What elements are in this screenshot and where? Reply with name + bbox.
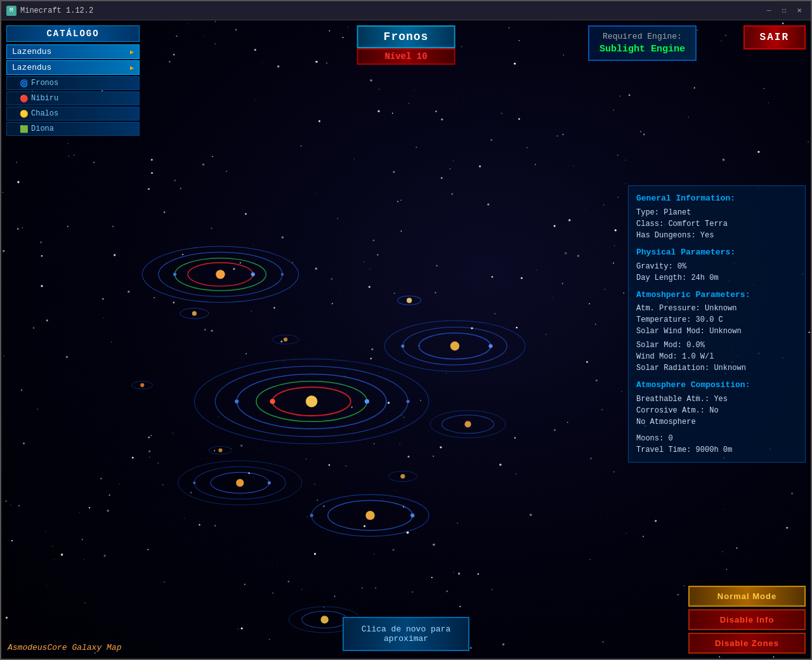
info-solar-wind: Solar Wind Mod: Unknown bbox=[636, 326, 797, 337]
zoom-hint-line2: aproximar bbox=[384, 634, 428, 644]
info-solar-radiation: Solar Radiation: Unknown bbox=[636, 362, 797, 374]
title-bar: M Minecraft 1.12.2 ─ □ ✕ bbox=[1, 1, 811, 20]
arrow-icon: ▶ bbox=[130, 64, 134, 72]
info-temperature: Temperature: 30.0 C bbox=[636, 314, 797, 326]
engine-label: Required Engine: bbox=[599, 32, 685, 41]
subentry-name: Nibiru bbox=[31, 94, 58, 103]
planet-icon: 🟩 bbox=[20, 125, 29, 133]
physical-params-title: Physical Parameters: bbox=[636, 246, 797, 260]
atm-params-title: Atmoshperic Parameters: bbox=[636, 289, 797, 302]
catalog-subitems: 🌀 Fronos 🔴 Nibiru 🟡 Chalos 🟩 Diona bbox=[6, 76, 140, 136]
info-no-atm: No Atmosphere bbox=[636, 416, 797, 428]
info-panel: General Information: Type: Planet Class:… bbox=[628, 185, 806, 463]
info-dungeons: Has Dungeons: Yes bbox=[636, 230, 797, 241]
catalog-entry-name: Lazendus bbox=[12, 63, 51, 72]
info-breathable: Breathable Atm.: Yes bbox=[636, 393, 797, 405]
window-controls: ─ □ ✕ bbox=[763, 4, 806, 17]
info-moons: Moons: 0 bbox=[636, 433, 797, 444]
planet-header: Fronos Nível 10 bbox=[357, 25, 455, 65]
planet-name: Fronos bbox=[357, 25, 455, 48]
disable-info-button[interactable]: Disable Info bbox=[688, 609, 806, 630]
info-corrosive: Corrosive Atm.: No bbox=[636, 405, 797, 416]
bottom-label: AsmodeusCore Galaxy Map bbox=[8, 643, 121, 652]
catalog-entry-name: Lazendus bbox=[12, 47, 51, 56]
zoom-hint-line1: Clica de novo para bbox=[362, 624, 450, 634]
subentry-name: Chalos bbox=[31, 109, 58, 118]
engine-value: Sublight Engine bbox=[599, 44, 685, 55]
normal-mode-button[interactable]: Normal Mode bbox=[688, 586, 806, 607]
catalog-entry-lazendus-1[interactable]: Lazendus ▶ bbox=[6, 44, 140, 59]
info-wind-mod: Wind Mod: 1.0 W/l bbox=[636, 351, 797, 362]
info-class: Class: Comfort Terra bbox=[636, 218, 797, 230]
planet-icon: 🌀 bbox=[20, 79, 29, 88]
zoom-hint[interactable]: Clica de novo para aproximar bbox=[343, 617, 469, 651]
catalog-title: CATÁLOGO bbox=[6, 25, 140, 42]
maximize-button[interactable]: □ bbox=[778, 4, 790, 17]
catalog-entry-lazendus-2[interactable]: Lazendus ▶ bbox=[6, 60, 140, 75]
catalog-subentry-nibiru[interactable]: 🔴 Nibiru bbox=[6, 91, 140, 105]
minimize-button[interactable]: ─ bbox=[763, 4, 775, 17]
engine-panel: Required Engine: Sublight Engine bbox=[588, 25, 697, 61]
planet-icon: 🟡 bbox=[20, 110, 29, 118]
subentry-name: Fronos bbox=[31, 79, 58, 88]
window-chrome: M Minecraft 1.12.2 ─ □ ✕ bbox=[0, 0, 812, 660]
general-info-title: General Information: bbox=[636, 192, 797, 206]
catalog-subentry-chalos[interactable]: 🟡 Chalos bbox=[6, 107, 140, 121]
close-button[interactable]: ✕ bbox=[793, 4, 806, 17]
game-area: CATÁLOGO Lazendus ▶ Lazendus ▶ 🌀 Fronos … bbox=[1, 20, 811, 659]
app-icon: M bbox=[6, 6, 16, 16]
disable-zones-button[interactable]: Disable Zones bbox=[688, 633, 806, 654]
info-travel-time: Travel Time: 9000h 0m bbox=[636, 444, 797, 456]
subentry-name: Diona bbox=[31, 124, 54, 133]
info-gravity: Gravity: 0% bbox=[636, 261, 797, 272]
arrow-icon: ▶ bbox=[130, 48, 134, 56]
planet-icon: 🔴 bbox=[20, 95, 29, 103]
catalog-subentry-fronos[interactable]: 🌀 Fronos bbox=[6, 76, 140, 90]
info-atm-pressure: Atm. Pressure: Unknown bbox=[636, 303, 797, 314]
sair-button[interactable]: SAIR bbox=[743, 25, 806, 50]
info-type: Type: Planet bbox=[636, 207, 797, 218]
info-day-length: Day Length: 24h 0m bbox=[636, 272, 797, 284]
window-title: Minecraft 1.12.2 bbox=[20, 6, 763, 15]
composition-title: Atmosphere Composition: bbox=[636, 379, 797, 392]
info-solar-mod: Solar Mod: 0.0% bbox=[636, 340, 797, 351]
planet-level: Nível 10 bbox=[357, 48, 455, 65]
catalog-panel: CATÁLOGO Lazendus ▶ Lazendus ▶ 🌀 Fronos … bbox=[6, 25, 140, 137]
catalog-subentry-diona[interactable]: 🟩 Diona bbox=[6, 122, 140, 136]
bottom-buttons: Normal Mode Disable Info Disable Zones bbox=[688, 586, 806, 654]
